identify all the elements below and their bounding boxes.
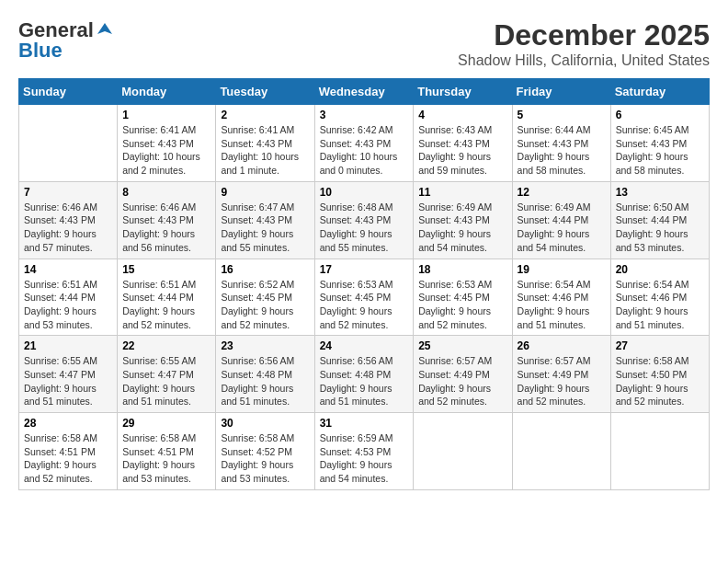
day-info: Sunrise: 6:58 AM Sunset: 4:50 PM Dayligh… — [616, 354, 704, 408]
logo-blue: Blue — [18, 39, 63, 63]
day-number: 4 — [418, 109, 506, 121]
day-number: 27 — [616, 339, 704, 352]
calendar-cell: 22Sunrise: 6:55 AM Sunset: 4:47 PM Dayli… — [118, 336, 216, 413]
calendar-cell: 3Sunrise: 6:42 AM Sunset: 4:43 PM Daylig… — [314, 105, 414, 182]
calendar-cell: 11Sunrise: 6:49 AM Sunset: 4:43 PM Dayli… — [414, 181, 512, 259]
week-row-1: 1Sunrise: 6:41 AM Sunset: 4:43 PM Daylig… — [19, 105, 710, 182]
day-number: 6 — [616, 109, 704, 121]
day-number: 28 — [24, 417, 112, 430]
calendar-cell: 15Sunrise: 6:51 AM Sunset: 4:44 PM Dayli… — [118, 259, 216, 336]
day-info: Sunrise: 6:45 AM Sunset: 4:43 PM Dayligh… — [616, 123, 704, 178]
calendar-cell: 13Sunrise: 6:50 AM Sunset: 4:44 PM Dayli… — [610, 181, 709, 259]
day-info: Sunrise: 6:48 AM Sunset: 4:43 PM Dayligh… — [320, 201, 409, 255]
location: Shadow Hills, California, United States — [458, 52, 710, 69]
day-number: 13 — [616, 186, 704, 199]
day-info: Sunrise: 6:41 AM Sunset: 4:43 PM Dayligh… — [122, 123, 210, 178]
calendar-cell: 6Sunrise: 6:45 AM Sunset: 4:43 PM Daylig… — [610, 105, 709, 182]
day-info: Sunrise: 6:51 AM Sunset: 4:44 PM Dayligh… — [24, 278, 112, 332]
logo: General Blue — [18, 18, 114, 63]
calendar-cell: 29Sunrise: 6:58 AM Sunset: 4:51 PM Dayli… — [118, 413, 216, 490]
day-info: Sunrise: 6:57 AM Sunset: 4:49 PM Dayligh… — [418, 354, 506, 408]
page-header: General Blue December 2025 Shadow Hills,… — [18, 18, 710, 69]
day-info: Sunrise: 6:44 AM Sunset: 4:43 PM Dayligh… — [518, 123, 606, 178]
calendar-cell: 14Sunrise: 6:51 AM Sunset: 4:44 PM Dayli… — [19, 259, 118, 336]
calendar-cell: 25Sunrise: 6:57 AM Sunset: 4:49 PM Dayli… — [414, 336, 512, 413]
calendar-cell: 2Sunrise: 6:41 AM Sunset: 4:43 PM Daylig… — [216, 105, 314, 182]
week-row-3: 14Sunrise: 6:51 AM Sunset: 4:44 PM Dayli… — [19, 259, 710, 336]
day-number: 24 — [320, 339, 409, 352]
week-row-5: 28Sunrise: 6:58 AM Sunset: 4:51 PM Dayli… — [19, 413, 710, 490]
calendar-cell — [414, 413, 512, 490]
day-number: 1 — [122, 109, 210, 121]
svg-marker-0 — [97, 23, 112, 34]
day-number: 12 — [518, 186, 606, 199]
day-number: 30 — [221, 417, 309, 430]
day-info: Sunrise: 6:54 AM Sunset: 4:46 PM Dayligh… — [518, 278, 606, 332]
day-info: Sunrise: 6:58 AM Sunset: 4:52 PM Dayligh… — [221, 431, 309, 486]
calendar-cell: 4Sunrise: 6:43 AM Sunset: 4:43 PM Daylig… — [414, 105, 512, 182]
day-info: Sunrise: 6:47 AM Sunset: 4:43 PM Dayligh… — [221, 201, 309, 255]
day-info: Sunrise: 6:50 AM Sunset: 4:44 PM Dayligh… — [616, 201, 704, 255]
calendar-cell: 9Sunrise: 6:47 AM Sunset: 4:43 PM Daylig… — [216, 181, 314, 259]
day-info: Sunrise: 6:51 AM Sunset: 4:44 PM Dayligh… — [122, 278, 210, 332]
logo-bird-icon — [96, 21, 114, 40]
calendar-cell: 10Sunrise: 6:48 AM Sunset: 4:43 PM Dayli… — [314, 181, 414, 259]
day-info: Sunrise: 6:55 AM Sunset: 4:47 PM Dayligh… — [24, 354, 112, 408]
day-info: Sunrise: 6:56 AM Sunset: 4:48 PM Dayligh… — [320, 354, 409, 408]
day-number: 11 — [418, 186, 506, 199]
calendar-cell: 26Sunrise: 6:57 AM Sunset: 4:49 PM Dayli… — [512, 336, 610, 413]
calendar-cell — [610, 413, 709, 490]
day-number: 16 — [221, 263, 309, 276]
day-number: 26 — [518, 339, 606, 352]
calendar-cell: 24Sunrise: 6:56 AM Sunset: 4:48 PM Dayli… — [314, 336, 414, 413]
day-info: Sunrise: 6:49 AM Sunset: 4:43 PM Dayligh… — [418, 201, 506, 255]
day-info: Sunrise: 6:53 AM Sunset: 4:45 PM Dayligh… — [320, 278, 409, 332]
calendar-cell: 20Sunrise: 6:54 AM Sunset: 4:46 PM Dayli… — [610, 259, 709, 336]
day-header-wednesday: Wednesday — [314, 79, 414, 105]
week-row-2: 7Sunrise: 6:46 AM Sunset: 4:43 PM Daylig… — [19, 181, 710, 259]
day-header-sunday: Sunday — [19, 79, 118, 105]
day-number: 15 — [122, 263, 210, 276]
day-info: Sunrise: 6:54 AM Sunset: 4:46 PM Dayligh… — [616, 278, 704, 332]
day-info: Sunrise: 6:46 AM Sunset: 4:43 PM Dayligh… — [24, 201, 112, 255]
day-info: Sunrise: 6:58 AM Sunset: 4:51 PM Dayligh… — [24, 431, 112, 486]
day-number: 7 — [24, 186, 112, 199]
calendar-cell: 12Sunrise: 6:49 AM Sunset: 4:44 PM Dayli… — [512, 181, 610, 259]
day-number: 9 — [221, 186, 309, 199]
day-number: 10 — [320, 186, 409, 199]
day-info: Sunrise: 6:53 AM Sunset: 4:45 PM Dayligh… — [418, 278, 506, 332]
day-info: Sunrise: 6:57 AM Sunset: 4:49 PM Dayligh… — [518, 354, 606, 408]
day-number: 25 — [418, 339, 506, 352]
day-number: 3 — [320, 109, 409, 121]
day-number: 31 — [320, 417, 409, 430]
day-number: 19 — [518, 263, 606, 276]
day-info: Sunrise: 6:42 AM Sunset: 4:43 PM Dayligh… — [320, 123, 409, 178]
day-info: Sunrise: 6:55 AM Sunset: 4:47 PM Dayligh… — [122, 354, 210, 408]
day-number: 20 — [616, 263, 704, 276]
day-info: Sunrise: 6:52 AM Sunset: 4:45 PM Dayligh… — [221, 278, 309, 332]
calendar-cell: 7Sunrise: 6:46 AM Sunset: 4:43 PM Daylig… — [19, 181, 118, 259]
calendar-cell: 21Sunrise: 6:55 AM Sunset: 4:47 PM Dayli… — [19, 336, 118, 413]
day-info: Sunrise: 6:43 AM Sunset: 4:43 PM Dayligh… — [418, 123, 506, 178]
day-number: 17 — [320, 263, 409, 276]
calendar-cell: 18Sunrise: 6:53 AM Sunset: 4:45 PM Dayli… — [414, 259, 512, 336]
calendar-cell: 16Sunrise: 6:52 AM Sunset: 4:45 PM Dayli… — [216, 259, 314, 336]
calendar-cell — [512, 413, 610, 490]
day-number: 8 — [122, 186, 210, 199]
calendar-cell: 30Sunrise: 6:58 AM Sunset: 4:52 PM Dayli… — [216, 413, 314, 490]
calendar-cell: 28Sunrise: 6:58 AM Sunset: 4:51 PM Dayli… — [19, 413, 118, 490]
day-info: Sunrise: 6:58 AM Sunset: 4:51 PM Dayligh… — [122, 431, 210, 486]
day-number: 18 — [418, 263, 506, 276]
day-header-tuesday: Tuesday — [216, 79, 314, 105]
day-info: Sunrise: 6:41 AM Sunset: 4:43 PM Dayligh… — [221, 123, 309, 178]
day-number: 2 — [221, 109, 309, 121]
day-info: Sunrise: 6:49 AM Sunset: 4:44 PM Dayligh… — [518, 201, 606, 255]
calendar-cell: 5Sunrise: 6:44 AM Sunset: 4:43 PM Daylig… — [512, 105, 610, 182]
calendar-cell: 17Sunrise: 6:53 AM Sunset: 4:45 PM Dayli… — [314, 259, 414, 336]
month-title: December 2025 — [458, 18, 710, 52]
day-header-friday: Friday — [512, 79, 610, 105]
day-header-thursday: Thursday — [414, 79, 512, 105]
title-block: December 2025 Shadow Hills, California, … — [458, 18, 710, 69]
calendar-header-row: SundayMondayTuesdayWednesdayThursdayFrid… — [19, 79, 710, 105]
week-row-4: 21Sunrise: 6:55 AM Sunset: 4:47 PM Dayli… — [19, 336, 710, 413]
